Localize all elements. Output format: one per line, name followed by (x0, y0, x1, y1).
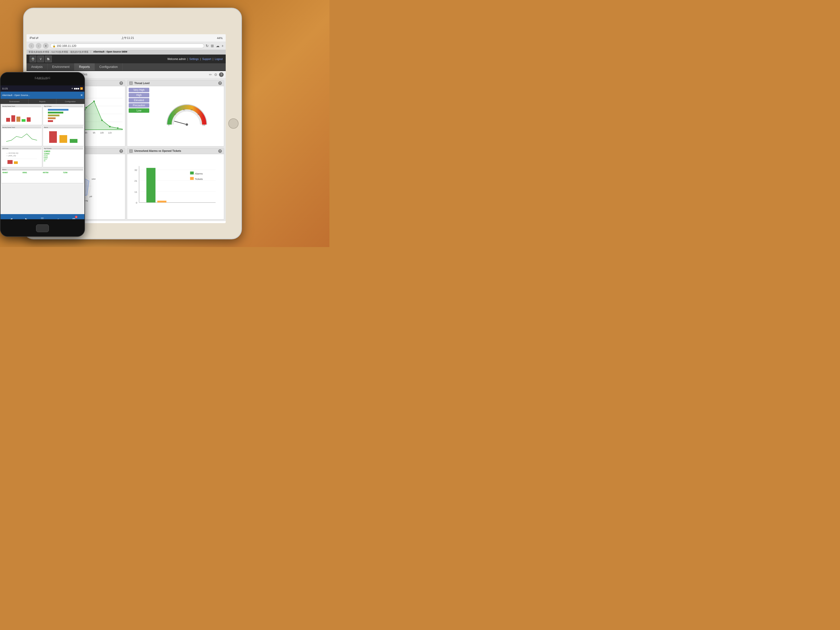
svg-point-13 (85, 107, 87, 108)
threat-help-btn[interactable]: ? (218, 81, 222, 85)
samsung-bottom-bar: ◀ ▶ ☰ ⌂ ⊞ 2 (0, 214, 84, 219)
samsung-back-btn[interactable]: ◀ (8, 216, 14, 219)
svg-text:80: 80 (197, 114, 200, 115)
samsung-time: 11:21 (2, 87, 8, 90)
threat-high[interactable]: High (129, 93, 149, 97)
samsung-nav-configuration[interactable]: Configuration (56, 99, 84, 104)
samsung-chart-5: — anomaly arp — pads_arp (2, 150, 41, 165)
alarms-panel: − Unresolved Alarms vs Opened Tickets ? (127, 148, 224, 219)
browser-tabs-icon[interactable]: ⊞ (211, 44, 214, 48)
ipad-status-left: iPad ⇄ (30, 36, 38, 39)
samsung-app-header: AlienVault - Open Source... ✕ (0, 92, 84, 99)
samsung-content: Security Events Trend Top 10 Hosts (0, 104, 84, 214)
svg-line-33 (174, 121, 187, 125)
siem-help-btn[interactable]: ? (119, 81, 123, 85)
samsung-number-6: 80 (44, 160, 83, 162)
samsung-panel-5: UDP Ports — anomaly arp — pads_arp (1, 147, 42, 167)
browser-share-button[interactable]: ⬆ (43, 43, 49, 49)
svg-text:32: 32 (134, 168, 137, 171)
svg-point-17 (117, 127, 118, 129)
svg-point-14 (93, 101, 95, 102)
svg-text:40: 40 (183, 109, 185, 111)
samsung-chart-3 (2, 129, 41, 144)
svg-rect-70 (11, 115, 15, 122)
samsung-panel-3-header: Security Events Trend (2, 126, 41, 128)
samsung-panel-5-header: UDP Ports (2, 147, 41, 150)
samsung-panel-4-header: Alarms (44, 126, 83, 128)
svg-text:9h: 9h (93, 131, 95, 134)
svg-rect-63 (147, 168, 155, 202)
threat-gauge: 0 20 40 60 80 100 (151, 88, 223, 143)
samsung-panel-6: Top 5 Events 13853 12565 9150 8466 4257 … (43, 147, 84, 167)
samsung-nav-reports[interactable]: Reports (28, 99, 57, 104)
nav-item-analysis[interactable]: Analysis (27, 63, 47, 71)
samsung-number-4: 8466 (44, 157, 83, 158)
svg-rect-77 (48, 117, 55, 119)
samsung-physical-home-btn[interactable] (36, 224, 49, 232)
svg-rect-75 (48, 112, 63, 114)
samsung-home-btn[interactable]: ⌂ (55, 216, 61, 219)
svg-rect-73 (27, 117, 31, 122)
svg-rect-78 (48, 120, 53, 122)
svg-text:sshd: sshd (92, 178, 95, 180)
settings-link[interactable]: Settings (189, 58, 199, 60)
threat-minimize-btn[interactable]: − (129, 81, 133, 85)
samsung-nav-environment[interactable]: Environment (0, 99, 28, 104)
samsung-panel-1-header: Security Events Trend (2, 105, 41, 107)
svg-rect-65 (190, 171, 194, 174)
ipad-status-center: 上午11:21 (121, 36, 134, 40)
threat-panel-header: − Threat Level ? (127, 80, 224, 86)
support-link[interactable]: Support (202, 58, 211, 60)
svg-rect-67 (190, 177, 194, 180)
samsung-status-bar: 11:21 ✈ ◼◼◼ 📶 (0, 85, 84, 92)
samsung-close-btn[interactable]: ✕ (80, 93, 83, 97)
threat-very-high[interactable]: Very High (129, 88, 149, 92)
samsung-number-3: 9150 (44, 155, 83, 157)
browser-address-bar[interactable]: 🔒 192.168.11.120 (50, 44, 204, 48)
svg-text:0: 0 (136, 201, 137, 204)
svg-text:— pads_arp: — pads_arp (6, 155, 16, 157)
samsung-number-1: 13853 (44, 150, 83, 153)
samsung-app-title: AlienVault - Open Source... (2, 94, 30, 96)
browser-new-tab-icon[interactable]: + (221, 44, 224, 48)
samsung-apps-btn[interactable]: ⊞ 2 (71, 216, 77, 219)
radar-help-btn[interactable]: ? (119, 149, 123, 153)
alarms-help-btn[interactable]: ? (218, 149, 222, 153)
browser-bar: ‹ › ⬆ 🔒 192.168.11.120 ↻ ⊞ ☁ + (27, 42, 226, 50)
browser-tab-1[interactable]: 零晨光原创技术博客 - 51CTO技术博客 - 领先的IT技术博客 (28, 51, 88, 54)
browser-tab-2[interactable]: AlienVault - Open Source SIEM (93, 51, 127, 54)
alarms-minimize-btn[interactable]: − (129, 149, 133, 153)
browser-back-button[interactable]: ‹ (28, 43, 34, 49)
samsung-brand-text: SAMSUNG (35, 76, 51, 79)
av-header: 👽 V 🐘 Welcome admin | Settings | Support… (27, 55, 226, 63)
logo-alien-icon: 👽 (30, 55, 36, 62)
samsung-forward-btn[interactable]: ▶ (24, 216, 30, 219)
samsung-menu-btn[interactable]: ☰ (39, 216, 46, 219)
ipad-status-right: 44% (217, 36, 223, 39)
gauge-svg: 0 20 40 60 80 100 (166, 103, 207, 128)
svg-rect-81 (70, 139, 77, 143)
threat-low[interactable]: Low (129, 108, 149, 113)
browser-cloud-icon[interactable]: ☁ (216, 44, 219, 48)
svg-point-15 (101, 119, 103, 121)
help-icon[interactable]: ? (219, 72, 224, 77)
browser-forward-button[interactable]: › (36, 43, 41, 49)
edit-icon[interactable]: ✏ (209, 73, 212, 77)
browser-refresh-icon[interactable]: ↻ (205, 44, 209, 48)
metric-4: 7250 (63, 171, 83, 174)
samsung-device: SAMSUNG 11:21 ✈ ◼◼◼ 📶 AlienVault - Open … (0, 72, 85, 237)
ipad-home-button[interactable] (228, 118, 238, 129)
nav-item-reports[interactable]: Reports (74, 63, 95, 71)
nav-item-configuration[interactable]: Configuration (95, 63, 123, 71)
svg-point-16 (109, 126, 111, 127)
ipad-status-bar: iPad ⇄ 上午11:21 44% (27, 34, 226, 42)
threat-elevated[interactable]: Elevated (129, 98, 149, 103)
threat-precaution[interactable]: Precaution (129, 103, 149, 107)
logo-v-icon: V (37, 55, 44, 62)
welcome-text: Welcome (167, 58, 178, 60)
samsung-chart-1 (2, 107, 41, 123)
nav-item-environment[interactable]: Environment (47, 63, 74, 71)
samsung-chart-2 (44, 107, 83, 123)
settings-gear-icon[interactable]: ⚙ (214, 73, 218, 77)
logout-link[interactable]: Logout (215, 58, 223, 60)
